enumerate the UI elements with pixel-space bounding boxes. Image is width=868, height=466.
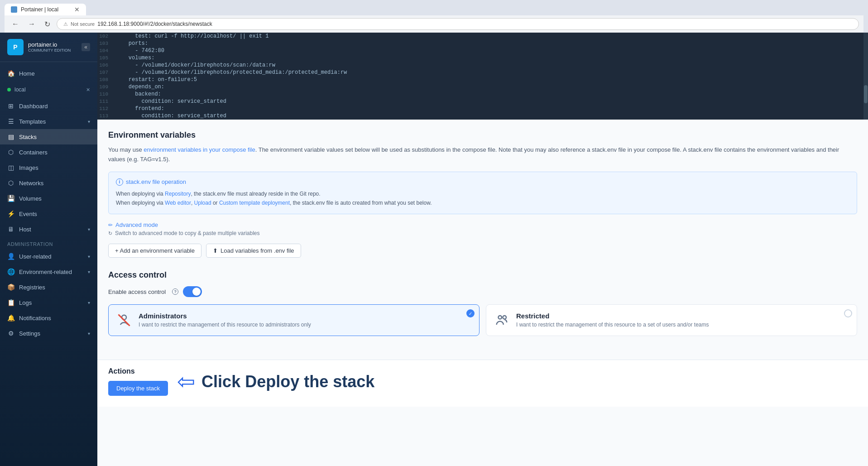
sidebar-item-volumes[interactable]: 💾 Volumes [0, 191, 97, 206]
app-layout: P portainer.io COMMUNITY EDITION « 🏠 Hom… [0, 33, 868, 466]
env-button-group: + Add an environment variable ⬆ Load var… [108, 244, 857, 258]
access-help-icon: ? [172, 288, 178, 295]
address-bar[interactable]: ⚠ Not secure 192.168.1.18:9000/#!/2/dock… [57, 18, 859, 30]
access-cards-container: ✓ Administrators I want to restrict the … [108, 304, 857, 336]
load-env-label: Load variables from .env file [221, 247, 294, 254]
security-label: Not secure [71, 21, 95, 27]
administrators-icon [116, 312, 132, 328]
advanced-mode-sub-text: Switch to advanced mode to copy & paste … [115, 230, 260, 236]
forward-button[interactable]: → [25, 19, 38, 29]
stacks-icon: ▤ [7, 133, 14, 140]
sidebar-item-registries[interactable]: 📦 Registries [0, 279, 97, 295]
browser-tab-portainer[interactable]: Portainer | local ✕ [5, 4, 86, 15]
restricted-card-content: Restricted I want to restrict the manage… [516, 312, 709, 328]
sidebar-item-host[interactable]: 🖥 Host ▾ [0, 221, 97, 237]
access-control-toggle[interactable] [183, 286, 202, 297]
sidebar-item-images[interactable]: ◫ Images [0, 160, 97, 175]
edition-label: COMMUNITY EDITION [28, 48, 71, 53]
restricted-icon [494, 312, 510, 328]
back-button[interactable]: ← [9, 19, 22, 29]
code-line: 112 frontend: [97, 105, 868, 112]
sidebar-item-networks[interactable]: ⬡ Networks [0, 175, 97, 191]
sidebar-item-home[interactable]: 🏠 Home [0, 66, 97, 81]
info-box-body: When deploying via Repository, the stack… [116, 189, 849, 208]
arrow-left-icon: ⇦ [177, 371, 195, 393]
administrators-card-title: Administrators [139, 312, 311, 320]
info-icon: i [116, 178, 123, 186]
sidebar-item-label: Images [19, 164, 90, 171]
line-number: 102 [97, 33, 115, 39]
main-content: 102 test: curl -f http://localhost/ || e… [97, 33, 868, 466]
env-compose-link[interactable]: environment variables in your compose fi… [144, 146, 255, 153]
sidebar-item-notifications[interactable]: 🔔 Notifications [0, 310, 97, 326]
sidebar-item-stacks[interactable]: ▤ Stacks [0, 129, 97, 144]
arrow-annotation: ⇦ Click Deploy the stack [177, 371, 374, 393]
restricted-card-desc: I want to restrict the management of thi… [516, 322, 709, 328]
pencil-icon: ✏ [108, 222, 113, 228]
env-close-icon: ✕ [86, 87, 90, 93]
access-control-title: Access control [108, 270, 857, 280]
sidebar-item-label: Volumes [19, 195, 90, 202]
code-scrollbar[interactable] [863, 33, 868, 120]
env-variables-section: Environment variables You may use enviro… [97, 120, 868, 360]
sidebar-item-label: Dashboard [19, 103, 90, 110]
sidebar-item-dashboard[interactable]: ⊞ Dashboard [0, 98, 97, 114]
line-content: ports: [115, 40, 868, 47]
access-control-row: Enable access control ? [108, 286, 857, 297]
sidebar-item-templates[interactable]: ☰ Templates ▾ [0, 114, 97, 129]
administrators-check-icon: ✓ [466, 309, 475, 317]
upload-link[interactable]: Upload [194, 200, 211, 206]
click-deploy-text: Click Deploy the stack [201, 372, 374, 391]
env-status-dot [7, 88, 11, 91]
browser-toolbar: ← → ↻ ⚠ Not secure 192.168.1.18:9000/#!/… [5, 15, 863, 33]
code-line: 113 condition: service_started [97, 112, 868, 120]
refresh-small-icon: ↻ [108, 231, 112, 236]
user-related-icon: 👤 [7, 253, 14, 260]
access-card-restricted[interactable]: Restricted I want to restrict the manage… [486, 304, 857, 336]
web-editor-link[interactable]: Web editor [165, 200, 191, 206]
code-line: 107 - /volume1/docker/librephotos/protec… [97, 69, 868, 76]
upload-icon: ⬆ [213, 247, 218, 254]
line-content: frontend: [115, 106, 868, 112]
access-card-administrators[interactable]: ✓ Administrators I want to restrict the … [108, 304, 480, 336]
repository-link[interactable]: Repository [165, 191, 191, 197]
env-related-chevron-icon: ▾ [88, 269, 90, 274]
host-chevron-icon: ▾ [88, 227, 90, 232]
sidebar-item-logs[interactable]: 📋 Logs ▾ [0, 295, 97, 310]
code-line: 104 - 7462:80 [97, 47, 868, 54]
line-content: test: curl -f http://localhost/ || exit … [115, 33, 868, 39]
sidebar-item-user-related[interactable]: 👤 User-related ▾ [0, 249, 97, 264]
deploy-stack-button[interactable]: Deploy the stack [108, 381, 168, 396]
sidebar-item-label: User-related [19, 253, 83, 260]
sidebar-item-containers[interactable]: ⬡ Containers [0, 144, 97, 160]
code-editor: 102 test: curl -f http://localhost/ || e… [97, 33, 868, 120]
tab-close-button[interactable]: ✕ [74, 6, 80, 13]
sidebar-item-label: Environment-related [19, 269, 83, 275]
refresh-button[interactable]: ↻ [42, 19, 53, 29]
advanced-mode-sub: ↻ Switch to advanced mode to copy & past… [108, 230, 857, 236]
env-section-title: Environment variables [108, 130, 857, 140]
containers-icon: ⬡ [7, 149, 14, 156]
scrollbar-thumb[interactable] [864, 85, 868, 103]
line-content: condition: service_started [115, 98, 868, 105]
line-number: 104 [97, 48, 115, 53]
sidebar-item-settings[interactable]: ⚙ Settings ▾ [0, 326, 97, 341]
custom-template-link[interactable]: Custom template deployment [219, 200, 290, 206]
sidebar-item-label: Settings [19, 330, 83, 337]
sidebar-item-environment-related[interactable]: 🌐 Environment-related ▾ [0, 264, 97, 279]
sidebar: P portainer.io COMMUNITY EDITION « 🏠 Hom… [0, 33, 97, 466]
sidebar-item-events[interactable]: ⚡ Events [0, 206, 97, 221]
add-env-variable-button[interactable]: + Add an environment variable [108, 244, 201, 258]
line-number: 107 [97, 69, 115, 75]
security-icon: ⚠ [63, 21, 68, 27]
env-badge[interactable]: local ✕ [7, 84, 90, 96]
load-env-file-button[interactable]: ⬆ Load variables from .env file [206, 244, 301, 258]
line-content: volumes: [115, 55, 868, 61]
advanced-mode-link[interactable]: ✏ Advanced mode [108, 221, 158, 228]
sidebar-collapse-button[interactable]: « [82, 43, 90, 51]
actions-title: Actions [108, 367, 168, 375]
line-number: 113 [97, 113, 115, 119]
logs-chevron-icon: ▾ [88, 300, 90, 305]
restricted-check-icon [844, 309, 852, 317]
sidebar-item-label: Logs [19, 299, 83, 306]
